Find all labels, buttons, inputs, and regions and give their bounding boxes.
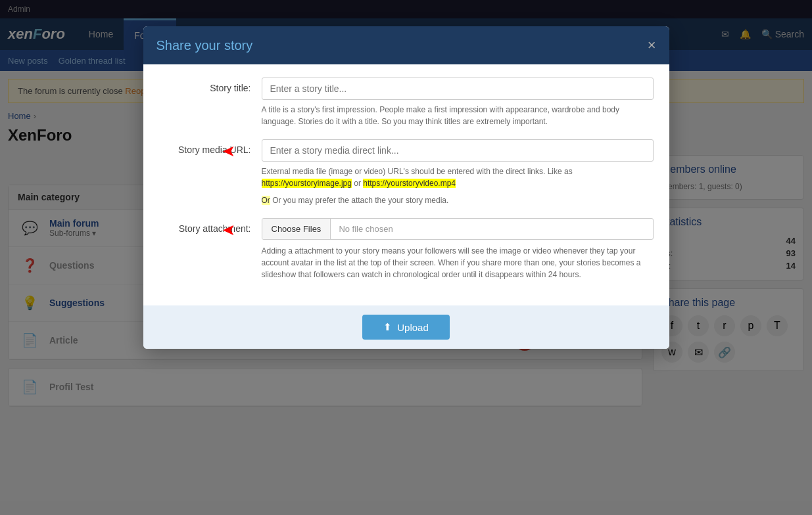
or-text: Or: [262, 196, 270, 205]
modal-header: Share your story ×: [143, 26, 669, 64]
story-media-label: Story media URL:: [159, 139, 251, 155]
story-media-input[interactable]: [262, 139, 654, 162]
story-url2: https://yourstoryvideo.mp4: [363, 179, 456, 188]
story-title-label: Story title:: [159, 78, 251, 93]
modal-body: Story title: A title is a story's first …: [143, 64, 669, 305]
story-title-hint: A title is a story's first impression. P…: [262, 104, 654, 127]
share-story-modal: Share your story × Story title: A title …: [143, 26, 669, 349]
modal-close-button[interactable]: ×: [648, 37, 656, 54]
red-arrow-1: ➤: [222, 142, 235, 160]
red-arrow-2: ➤: [222, 221, 235, 239]
upload-button[interactable]: ⬆ Upload: [362, 315, 450, 340]
attachment-hint: Adding a attachment to your story means …: [262, 245, 654, 280]
story-attachment-label: Story attachment:: [159, 218, 251, 234]
story-url1: https://yourstoryimage.jpg: [262, 179, 352, 188]
story-media-field: ➤ External media file (image or video) U…: [262, 139, 654, 206]
story-title-input[interactable]: [262, 78, 654, 100]
upload-icon: ⬆: [383, 321, 392, 333]
file-input-row: Choose Files No file chosen: [262, 218, 654, 240]
modal-overlay[interactable]: Share your story × Story title: A title …: [0, 0, 812, 422]
story-media-row: Story media URL: ➤ External media file (…: [159, 139, 654, 206]
no-file-text: No file chosen: [331, 219, 400, 239]
choose-files-button[interactable]: Choose Files: [262, 219, 331, 239]
story-title-field: A title is a story's first impression. P…: [262, 78, 654, 127]
story-attachment-row: Story attachment: ➤ Choose Files No file…: [159, 218, 654, 280]
story-media-hint: External media file (image or video) URL…: [262, 166, 654, 189]
modal-footer: ⬆ Upload: [143, 305, 669, 349]
modal-title: Share your story: [156, 38, 253, 53]
story-title-row: Story title: A title is a story's first …: [159, 78, 654, 127]
story-attachment-field: ➤ Choose Files No file chosen Adding a a…: [262, 218, 654, 280]
